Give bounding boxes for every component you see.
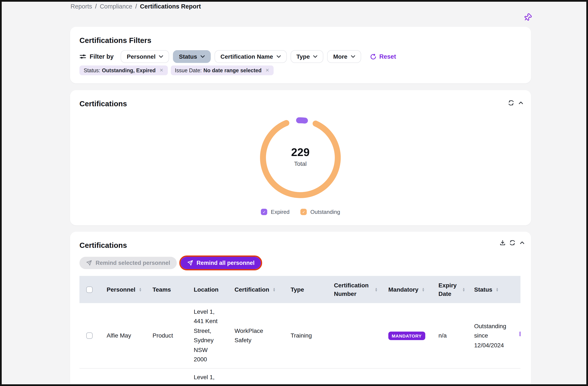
sliders-filter-icon xyxy=(80,53,86,60)
filter-button-more[interactable]: More xyxy=(327,50,361,63)
pin-icon[interactable] xyxy=(524,13,532,22)
breadcrumb-compliance[interactable]: Compliance xyxy=(100,3,132,10)
row-checkbox[interactable] xyxy=(86,332,93,339)
certifications-table-card: Certifications Remin xyxy=(70,232,531,386)
sort-icon[interactable]: ▲▼ xyxy=(273,287,275,292)
cell-expiry-date: n/a xyxy=(433,303,469,368)
filter-button-status[interactable]: Status xyxy=(173,50,211,63)
donut-total-value: 229 xyxy=(260,146,341,159)
reset-label: Reset xyxy=(379,53,396,60)
cell-location: Level 1, 441 Kent Street, Sydney NSW 200… xyxy=(189,303,230,368)
legend-checkbox-expired[interactable]: ✓ xyxy=(261,209,268,215)
legend-label: Expired xyxy=(271,209,290,215)
mandatory-badge: MANDATORY xyxy=(388,332,425,340)
check-icon: ✓ xyxy=(263,210,266,214)
reset-icon xyxy=(370,53,376,60)
chart-card-title: Certifications xyxy=(80,99,127,108)
donut-segment-outstanding xyxy=(263,123,338,195)
table-row-partial: Level 1, 441 Kent xyxy=(80,368,521,386)
cell-mandatory: MANDATORY xyxy=(383,303,433,368)
cell-personnel: Alfie May xyxy=(102,303,147,368)
donut-total-label: Total xyxy=(260,160,341,167)
focus-ring: Remind all personnel xyxy=(179,255,262,270)
certifications-filters-card: Certifications Filters Filter by Personn… xyxy=(70,27,531,83)
cell-teams: Product xyxy=(147,303,189,368)
breadcrumb-separator: / xyxy=(135,3,137,10)
table-card-title: Certifications xyxy=(80,241,127,250)
legend-item-expired: ✓ Expired xyxy=(261,209,290,215)
sort-icon[interactable]: ▲▼ xyxy=(462,287,465,292)
cell-location: Level 1, 441 Kent xyxy=(189,368,230,386)
reset-filters-button[interactable]: Reset xyxy=(370,53,396,60)
remind-all-personnel-button[interactable]: Remind all personnel xyxy=(180,257,261,269)
chip-prefix: Issue Date: xyxy=(175,67,202,73)
breadcrumb-separator: / xyxy=(95,3,97,10)
column-header-teams: Teams xyxy=(152,285,171,294)
legend-item-outstanding: ✓ Outstanding xyxy=(301,209,340,215)
table-row: Alfie May Product Level 1, 441 Kent Stre… xyxy=(80,303,521,368)
send-plane-icon xyxy=(187,260,193,266)
legend-label: Outstanding xyxy=(310,209,340,215)
sort-icon[interactable]: ▲▼ xyxy=(496,287,499,292)
filters-card-title: Certifications Filters xyxy=(80,36,151,45)
chevron-down-icon xyxy=(313,55,317,58)
refresh-icon[interactable] xyxy=(508,99,514,106)
cell-type: Training xyxy=(286,303,329,368)
column-header-location: Location xyxy=(194,285,219,294)
sort-icon[interactable]: ▲▼ xyxy=(422,287,425,292)
remind-selected-label: Remind selected personnel xyxy=(96,260,170,266)
send-plane-icon xyxy=(86,260,92,266)
column-header-certification: Certification xyxy=(234,285,269,294)
cell-status: Outstanding since 12/04/2024 xyxy=(469,303,516,368)
page: Reports / Compliance / Certifications Re… xyxy=(0,0,588,386)
filter-button-label: Personnel xyxy=(127,53,155,60)
remind-all-label: Remind all personnel xyxy=(196,260,254,266)
filter-button-type[interactable]: Type xyxy=(290,50,323,63)
remind-selected-personnel-button[interactable]: Remind selected personnel xyxy=(80,257,177,269)
column-header-mandatory: Mandatory xyxy=(388,285,419,294)
filter-button-label: More xyxy=(333,53,348,60)
filter-by-label-group: Filter by xyxy=(80,53,114,60)
check-icon: ✓ xyxy=(302,210,305,214)
filter-chip-status: Status: Outstanding, Expired ✕ xyxy=(80,66,168,75)
refresh-icon[interactable] xyxy=(509,239,516,246)
filter-button-personnel[interactable]: Personnel xyxy=(121,50,169,63)
chip-remove-icon[interactable]: ✕ xyxy=(265,68,269,73)
chip-value: Outstanding, Expired xyxy=(102,67,156,73)
chip-value: No date range selected xyxy=(204,67,262,73)
filter-chip-issue-date: Issue Date: No date range selected ✕ xyxy=(170,66,273,75)
legend-checkbox-outstanding[interactable]: ✓ xyxy=(301,209,307,215)
certifications-chart-card: Certifications 229 Total ✓ xyxy=(70,90,531,225)
breadcrumb: Reports / Compliance / Certifications Re… xyxy=(70,3,201,10)
filter-button-label: Certification Name xyxy=(220,53,273,60)
collapse-chevron-up-icon[interactable] xyxy=(519,239,525,246)
sort-icon[interactable]: ▲▼ xyxy=(375,287,378,292)
column-header-personnel: Personnel xyxy=(107,285,135,294)
column-header-certification-number: Certification Number xyxy=(334,281,371,298)
filter-by-label: Filter by xyxy=(90,53,114,60)
filter-button-label: Type xyxy=(296,53,310,60)
certifications-table: Personnel ▲▼ Teams Location Certificatio… xyxy=(80,276,521,386)
column-header-type: Type xyxy=(291,285,304,294)
column-header-status: Status xyxy=(474,285,492,294)
collapse-chevron-up-icon[interactable] xyxy=(518,99,524,106)
clipped-action-button-edge[interactable] xyxy=(520,332,521,336)
breadcrumb-current-page: Certifications Report xyxy=(140,3,201,10)
chart-legend: ✓ Expired ✓ Outstanding xyxy=(70,209,531,215)
chip-prefix: Status: xyxy=(84,67,100,73)
filter-button-certification-name[interactable]: Certification Name xyxy=(214,50,287,63)
cell-certification-number xyxy=(329,303,383,368)
chevron-down-icon xyxy=(201,55,205,58)
chip-remove-icon[interactable]: ✕ xyxy=(160,68,163,73)
screenshot-stage: Reports / Compliance / Certifications Re… xyxy=(0,0,588,386)
cell-certification: WorkPlace Safety xyxy=(230,303,286,368)
column-header-expiry-date: Expiry Date xyxy=(439,281,459,298)
download-icon[interactable] xyxy=(499,239,506,246)
sort-icon[interactable]: ▲▼ xyxy=(139,287,142,292)
chevron-down-icon xyxy=(276,55,281,58)
chevron-down-icon xyxy=(159,55,163,58)
breadcrumb-reports[interactable]: Reports xyxy=(70,3,92,10)
filter-button-label: Status xyxy=(179,53,197,60)
certifications-table-viewport: Personnel ▲▼ Teams Location Certificatio… xyxy=(80,276,521,386)
select-all-checkbox[interactable] xyxy=(86,286,93,293)
